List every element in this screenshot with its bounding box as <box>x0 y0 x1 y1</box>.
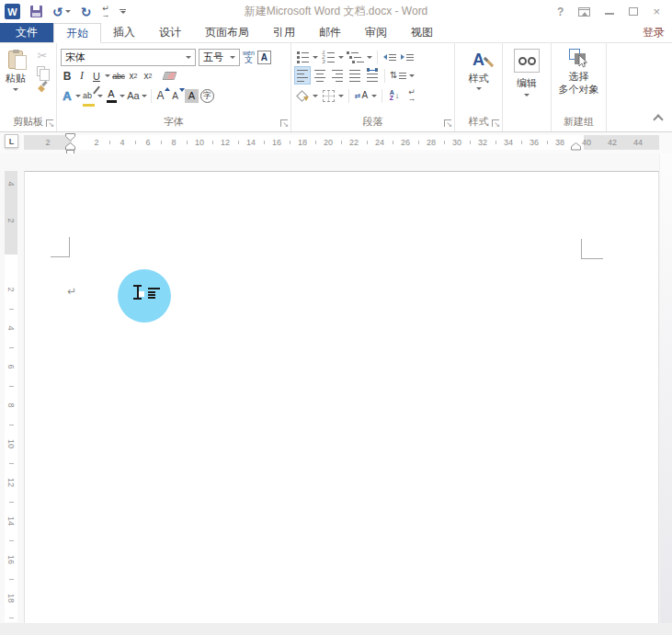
multilevel-dropdown-icon[interactable] <box>367 56 372 59</box>
numbering-dropdown-icon[interactable] <box>338 56 344 59</box>
italic-button[interactable]: I <box>75 68 88 85</box>
align-right-button[interactable] <box>330 67 345 84</box>
strikethrough-button[interactable]: abc <box>112 68 125 85</box>
sort-button[interactable]: AZ↓ <box>387 87 402 104</box>
text-highlight-button[interactable]: ab <box>83 87 96 104</box>
highlight-dropdown-icon[interactable] <box>97 95 103 97</box>
grow-font-button[interactable]: A <box>155 87 168 104</box>
tab-mailings[interactable]: 邮件 <box>307 23 353 42</box>
tab-page-layout[interactable]: 页面布局 <box>193 23 261 42</box>
font-color-button[interactable]: A <box>105 87 118 104</box>
document-page[interactable] <box>24 171 659 623</box>
first-line-indent-marker[interactable] <box>65 133 76 142</box>
save-icon[interactable] <box>30 6 42 17</box>
repeat-icon[interactable]: ↻ <box>81 6 92 18</box>
status-bar-edge <box>0 623 672 635</box>
window-controls: ? × <box>557 6 667 18</box>
editing-button[interactable]: 编辑 <box>503 43 551 96</box>
change-case-dropdown-icon[interactable] <box>142 95 147 97</box>
line-spacing-dropdown-icon[interactable] <box>409 74 415 77</box>
horizontal-ruler[interactable]: 2 2468101214161820222426283032343638 404… <box>24 135 659 150</box>
increase-indent-button[interactable] <box>400 49 415 65</box>
font-size-combo[interactable]: 五号 <box>199 49 240 66</box>
tab-home[interactable]: 开始 <box>53 23 101 43</box>
asian-layout-button[interactable]: ⇄A <box>354 87 369 104</box>
shrink-font-button[interactable]: A <box>170 87 183 104</box>
character-shading-button[interactable]: A <box>185 89 199 103</box>
title-bar: W ↺ ↻ ↵ → 新建Microsoft Word 文档.docx - Wor… <box>0 0 672 23</box>
format-painter-icon[interactable] <box>37 81 49 93</box>
character-border-button[interactable]: A <box>257 51 271 64</box>
text-effects-button[interactable]: A <box>61 87 74 104</box>
collapse-ribbon-icon[interactable] <box>653 114 663 124</box>
bold-button[interactable]: B <box>61 68 74 85</box>
clipboard-dialog-launcher[interactable]: ↘ <box>46 119 53 127</box>
cut-icon[interactable]: ✂ <box>38 50 48 62</box>
editing-group: 编辑 <box>503 43 552 131</box>
close-icon[interactable]: × <box>653 6 660 17</box>
styles-button[interactable]: A 样式 <box>455 43 502 90</box>
word-app-icon[interactable]: W <box>5 4 20 19</box>
change-case-button[interactable]: Aa <box>127 87 140 104</box>
bullets-button[interactable] <box>295 49 310 65</box>
shading-button[interactable] <box>295 87 310 104</box>
ruler-band: L 2 2468101214161820222426283032343638 4… <box>0 132 672 153</box>
editing-dropdown-icon[interactable] <box>524 94 530 96</box>
tab-file[interactable]: 文件 <box>0 23 53 42</box>
styles-icon: A <box>467 50 491 70</box>
phonetic-guide-icon[interactable]: wén 文 <box>243 50 255 64</box>
tab-selector-button[interactable]: L <box>5 134 18 148</box>
multilevel-list-button[interactable] <box>347 49 364 65</box>
paste-dropdown-icon[interactable] <box>13 88 18 91</box>
help-icon[interactable]: ? <box>557 6 564 18</box>
chevron-down-icon <box>186 56 191 59</box>
vertical-scrollbar[interactable] <box>659 153 672 623</box>
distribute-button[interactable] <box>365 67 380 84</box>
asian-layout-dropdown-icon[interactable] <box>371 95 377 97</box>
borders-dropdown-icon[interactable] <box>338 95 344 97</box>
sign-in-link[interactable]: 登录 <box>643 23 665 42</box>
maximize-icon[interactable] <box>629 7 638 16</box>
tab-view[interactable]: 视图 <box>399 23 445 42</box>
tab-references[interactable]: 引用 <box>261 23 307 42</box>
borders-button[interactable] <box>321 87 336 104</box>
justify-button[interactable] <box>347 67 362 84</box>
align-center-button[interactable] <box>313 67 327 84</box>
line-spacing-button[interactable]: ⇅ <box>390 67 406 84</box>
touch-indicator-circle <box>118 269 171 323</box>
bullets-dropdown-icon[interactable] <box>313 56 318 59</box>
underline-button[interactable]: U <box>90 68 103 85</box>
decrease-indent-button[interactable] <box>382 49 397 65</box>
font-name-combo[interactable]: 宋体 <box>61 49 196 66</box>
undo-dropdown-icon[interactable] <box>65 10 71 13</box>
paragraph-group: 123 <box>291 43 455 131</box>
underline-dropdown-icon[interactable] <box>105 74 110 77</box>
paragraph-dialog-launcher[interactable]: ↘ <box>444 119 451 127</box>
subscript-button[interactable]: x2 <box>127 68 140 85</box>
align-left-button[interactable] <box>295 67 310 84</box>
tab-insert[interactable]: 插入 <box>101 23 147 42</box>
paste-button[interactable]: 粘贴 <box>0 48 31 93</box>
font-color-dropdown-icon[interactable] <box>120 95 125 97</box>
clear-formatting-icon[interactable] <box>163 72 177 80</box>
customize-qat-icon[interactable] <box>120 9 126 14</box>
copy-icon[interactable] <box>37 66 45 76</box>
undo-button[interactable]: ↺ <box>52 6 71 18</box>
font-dialog-launcher[interactable]: ↘ <box>280 119 288 127</box>
styles-dialog-launcher[interactable]: ↘ <box>492 119 499 127</box>
superscript-button[interactable]: x2 <box>142 68 154 85</box>
right-indent-marker[interactable] <box>571 142 582 151</box>
show-hide-marks-button[interactable]: ↵→ <box>404 87 419 104</box>
tab-review[interactable]: 审阅 <box>353 23 399 42</box>
ribbon-display-options-icon[interactable] <box>578 7 590 17</box>
text-effects-dropdown-icon[interactable] <box>75 95 81 97</box>
tab-design[interactable]: 设计 <box>147 23 193 42</box>
styles-dropdown-icon[interactable] <box>476 87 482 90</box>
vertical-ruler[interactable]: 42 24681012141618 <box>5 171 17 622</box>
numbering-button[interactable]: 123 <box>321 49 336 65</box>
select-objects-button[interactable]: 选择 多个对象 <box>552 43 606 96</box>
shading-dropdown-icon[interactable] <box>313 95 318 97</box>
minimize-icon[interactable] <box>605 13 614 15</box>
enclose-characters-button[interactable]: 字 <box>200 89 214 103</box>
formatting-marks-icon[interactable]: ↵ → <box>101 6 109 18</box>
